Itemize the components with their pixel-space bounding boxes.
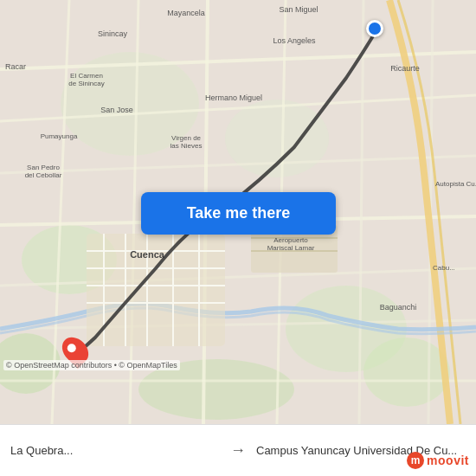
svg-text:Cabu...: Cabu... <box>433 264 455 272</box>
origin-dot <box>366 20 383 37</box>
svg-point-4 <box>363 338 450 407</box>
route-arrow: → <box>230 441 246 460</box>
svg-text:Ricaurte: Ricaurte <box>390 64 420 73</box>
moovit-icon: m <box>407 452 424 469</box>
bottom-bar: La Quebra... → Campus Yanuncay Universid… <box>0 424 476 476</box>
svg-text:Virgen de: Virgen de <box>171 134 202 142</box>
svg-text:Autopista Cu...: Autopista Cu... <box>435 180 476 188</box>
moovit-branding: m moovit <box>407 452 469 469</box>
svg-text:Pumayunga: Pumayunga <box>41 132 78 140</box>
moovit-name: moovit <box>427 453 469 467</box>
svg-text:San Miguel: San Miguel <box>279 5 318 14</box>
svg-text:El Carmen: El Carmen <box>70 72 103 80</box>
map-attribution: © OpenStreetMap contributors • © OpenMap… <box>3 360 180 370</box>
svg-text:las Nieves: las Nieves <box>170 142 203 150</box>
svg-text:Baguanchi: Baguanchi <box>380 303 417 312</box>
svg-text:Hermano Miguel: Hermano Miguel <box>205 93 262 102</box>
origin-marker <box>366 20 383 37</box>
svg-text:Sinincay: Sinincay <box>98 29 128 38</box>
origin-location: La Quebra... <box>0 444 230 457</box>
map-container: Mayancela San Miguel Los Angeles Sininca… <box>0 0 476 424</box>
svg-text:San Jose: San Jose <box>100 106 133 114</box>
svg-text:Cuenca: Cuenca <box>130 249 165 260</box>
svg-text:Los Angeles: Los Angeles <box>273 36 316 45</box>
svg-text:Mariscal Lamar: Mariscal Lamar <box>267 244 315 252</box>
svg-text:Racar: Racar <box>5 62 26 71</box>
take-me-there-button[interactable]: Take me there <box>141 192 336 235</box>
svg-text:San Pedro: San Pedro <box>27 164 60 171</box>
svg-text:Mayancela: Mayancela <box>167 9 205 17</box>
origin-label: La Quebra... <box>10 444 73 457</box>
svg-text:Aeropuerto: Aeropuerto <box>273 236 308 244</box>
svg-text:de Sinincay: de Sinincay <box>68 80 104 87</box>
svg-point-7 <box>225 100 329 177</box>
svg-text:del Cebollar: del Cebollar <box>25 171 62 179</box>
